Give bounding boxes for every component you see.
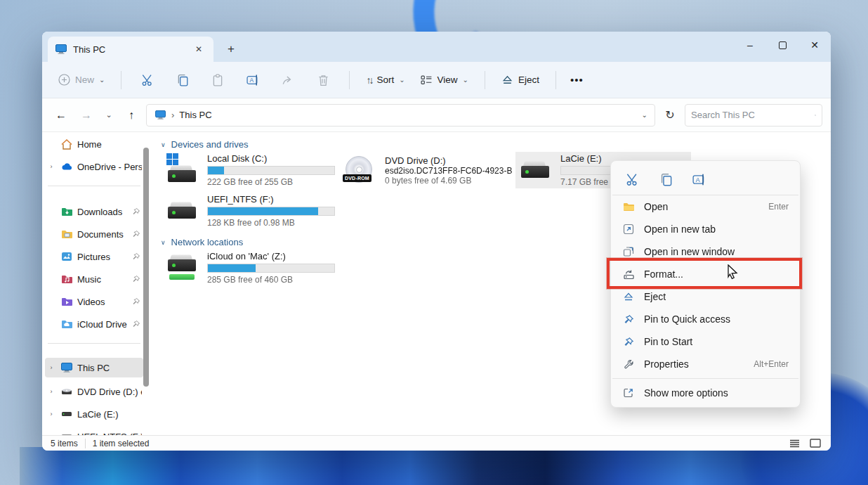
drive-local-disk-c[interactable]: Local Disk (C:) 222 GB free of 255 GB — [162, 152, 338, 188]
menu-item-properties[interactable]: Properties Alt+Enter — [611, 353, 800, 375]
menu-item-show-more-options[interactable]: Show more options — [611, 382, 800, 404]
dvd-rom-icon: DVD-ROM — [343, 155, 379, 186]
context-menu: A Open Enter Open in new tab Open in new… — [610, 160, 801, 408]
share-button[interactable] — [276, 68, 300, 92]
toolbar-separator — [555, 71, 556, 89]
new-button[interactable]: New ⌄ — [52, 69, 111, 91]
sidebar-item-downloads[interactable]: Downloads — [45, 202, 143, 221]
sidebar-scrollbar[interactable] — [143, 148, 149, 387]
large-icons-view-button[interactable] — [808, 438, 822, 449]
copy-button[interactable] — [655, 169, 677, 190]
pin-icon — [132, 207, 140, 216]
details-view-button[interactable] — [787, 438, 801, 449]
sidebar-item-label: This PC — [77, 363, 142, 373]
toolbar-separator — [121, 71, 121, 89]
drive-free-space: 222 GB free of 255 GB — [207, 177, 335, 187]
sidebar-item-label: DVD Drive (D:) e — [77, 387, 142, 397]
sidebar-item-home[interactable]: Home — [45, 134, 143, 154]
forward-button[interactable]: → — [76, 105, 97, 126]
wrench-icon — [622, 358, 635, 370]
sidebar-item-label: Videos — [77, 297, 128, 307]
up-button[interactable]: ↑ — [121, 105, 142, 126]
sidebar-item-pictures[interactable]: Pictures — [45, 247, 143, 266]
sidebar-item-label: Home — [77, 139, 142, 150]
cut-button[interactable] — [621, 169, 643, 190]
section-devices-and-drives[interactable]: ∨ Devices and drives — [161, 139, 248, 150]
search-box[interactable] — [685, 104, 822, 127]
sidebar-item-label: UEFI_NTFS (F:) — [77, 432, 142, 436]
expander-icon[interactable]: › — [46, 163, 56, 170]
dvd-rom-badge: DVD-ROM — [343, 174, 371, 182]
address-dropdown-icon[interactable]: ⌄ — [642, 111, 647, 119]
menu-item-open[interactable]: Open Enter — [611, 195, 800, 218]
expander-icon[interactable]: › — [46, 410, 56, 418]
maximize-button[interactable] — [766, 32, 798, 58]
capacity-bar — [207, 264, 335, 273]
section-collapse-icon[interactable]: ∨ — [161, 239, 166, 246]
recent-locations-button[interactable]: ⌄ — [101, 105, 117, 126]
sidebar-item-uefi-ntfs[interactable]: › UEFI_NTFS (F:) — [45, 427, 143, 435]
drive-free-space: 128 KB free of 0.98 MB — [207, 218, 335, 228]
menu-item-open-in-new-window[interactable]: Open in new window — [611, 240, 800, 263]
eject-icon — [622, 290, 635, 303]
cut-button[interactable] — [136, 68, 159, 92]
sidebar-item-icloud-drive[interactable]: iCloud Drive — [45, 314, 143, 334]
sidebar-item-videos[interactable]: Videos — [45, 292, 143, 311]
delete-button[interactable] — [311, 68, 335, 92]
search-input[interactable] — [691, 110, 815, 120]
back-button[interactable]: ← — [51, 105, 72, 126]
drive-icloud-z[interactable]: iCloud on 'Mac' (Z:) 285 GB free of 460 … — [162, 250, 338, 286]
expander-icon[interactable]: › — [46, 364, 56, 371]
more-options-button[interactable]: ••• — [570, 74, 584, 86]
close-button[interactable]: ✕ — [798, 32, 831, 58]
sidebar-item-documents[interactable]: Documents — [45, 224, 143, 244]
minimize-button[interactable]: – — [734, 32, 766, 58]
svg-text:A: A — [696, 176, 700, 183]
refresh-button[interactable]: ↻ — [659, 105, 680, 126]
paste-button[interactable] — [206, 68, 230, 92]
tab-this-pc[interactable]: This PC ✕ — [48, 37, 213, 62]
menu-item-open-in-new-tab[interactable]: Open in new tab — [611, 218, 800, 240]
sidebar-separator — [48, 343, 140, 344]
menu-item-eject[interactable]: Eject — [611, 285, 800, 308]
drive-free-space: 0 bytes free of 4.69 GB — [385, 176, 513, 186]
tab-close-icon[interactable]: ✕ — [191, 41, 206, 57]
view-icon — [421, 75, 433, 85]
section-collapse-icon[interactable]: ∨ — [161, 141, 166, 148]
downloads-folder-icon — [60, 205, 73, 218]
view-button[interactable]: View ⌄ — [414, 70, 475, 90]
tab-strip: This PC ✕ + – ✕ — [42, 32, 831, 62]
copy-button[interactable] — [171, 68, 195, 92]
drive-dvd-d[interactable]: DVD-ROM DVD Drive (D:) esd2iso.DC713FF8-… — [340, 152, 515, 188]
documents-folder-icon — [60, 228, 73, 240]
sidebar-item-music[interactable]: Music — [45, 269, 143, 289]
toolbar-separator — [485, 71, 485, 89]
sidebar-item-this-pc[interactable]: › This PC — [45, 358, 143, 377]
menu-item-pin-to-quick-access[interactable]: Pin to Quick access — [611, 308, 800, 330]
drive-uefi-ntfs-f[interactable]: UEFI_NTFS (F:) 128 KB free of 0.98 MB — [162, 193, 338, 229]
eject-button[interactable]: Eject — [495, 70, 546, 90]
rename-button[interactable]: A — [688, 169, 711, 190]
sidebar-item-onedrive[interactable]: › OneDrive - Perso — [45, 157, 143, 176]
breadcrumb[interactable]: This PC — [179, 110, 211, 120]
large-icons-view-icon — [810, 439, 821, 448]
menu-item-label: Show more options — [644, 387, 789, 399]
new-tab-button[interactable]: + — [221, 39, 242, 59]
external-drive-icon — [518, 155, 555, 186]
rename-button[interactable]: A — [241, 68, 265, 92]
section-network-locations[interactable]: ∨ Network locations — [161, 237, 243, 247]
capacity-bar — [207, 207, 335, 216]
sidebar-item-lacie[interactable]: › LaCie (E:) — [45, 404, 143, 424]
expander-icon[interactable]: › — [46, 388, 56, 395]
drive-name: iCloud on 'Mac' (Z:) — [207, 251, 335, 261]
address-field[interactable]: › This PC ⌄ — [146, 104, 655, 127]
menu-item-pin-to-start[interactable]: Pin to Start — [611, 330, 800, 353]
pin-icon — [132, 252, 140, 261]
pictures-folder-icon — [60, 250, 73, 263]
copy-icon — [176, 74, 189, 86]
sidebar-item-dvd-drive[interactable]: › DVD Drive (D:) e — [45, 382, 143, 401]
maximize-icon — [779, 41, 787, 49]
menu-item-format[interactable]: Format... — [611, 263, 800, 285]
sort-button[interactable]: ↑↓ Sort ⌄ — [360, 70, 411, 91]
expander-icon[interactable]: › — [46, 433, 56, 435]
